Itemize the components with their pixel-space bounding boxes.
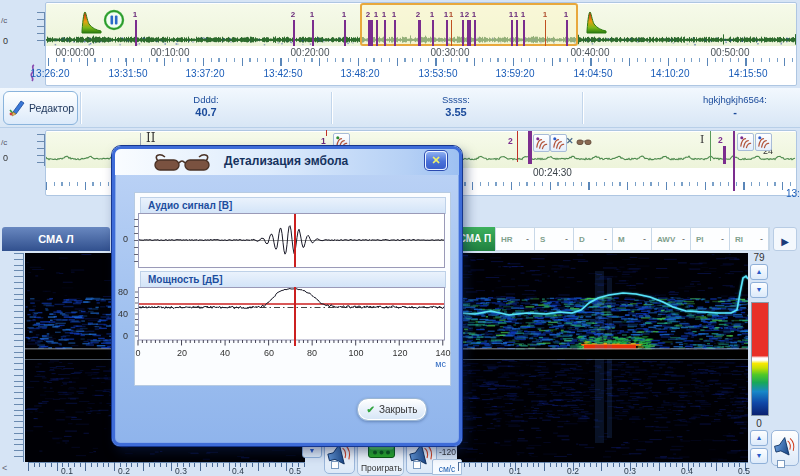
embolus-marker-icon[interactable] <box>737 133 754 151</box>
power-plot-ylabel: 80 <box>112 287 128 297</box>
check-icon: ✔ <box>367 404 375 415</box>
timeline-event-count: 1 <box>382 10 386 19</box>
speaker-button[interactable] <box>771 430 799 466</box>
timeline-event-mark[interactable] <box>376 20 378 46</box>
ruler-label: 0.5 <box>289 466 301 476</box>
color-scale-bar[interactable] <box>751 302 769 416</box>
timeline-event-mark[interactable] <box>523 20 525 46</box>
event-mark[interactable] <box>326 130 327 136</box>
scale2-down-button[interactable]: ▼ <box>750 448 768 464</box>
stat-value: - <box>721 234 724 244</box>
stat-label: M <box>618 235 625 244</box>
cassette-icon <box>368 444 395 462</box>
stat-label: HR <box>501 235 513 244</box>
down-arrow-icon: ▼ <box>309 447 316 454</box>
speaker-checkbox[interactable] <box>413 461 421 469</box>
power-plot-unit: мс <box>408 359 446 369</box>
left-channel-tab[interactable]: СМА Л <box>2 227 110 251</box>
embolus-marker-icon[interactable] <box>550 134 567 152</box>
timeline-event-mark[interactable] <box>368 20 373 46</box>
event-mark[interactable] <box>528 131 532 164</box>
timeline-event-mark[interactable] <box>418 20 421 46</box>
stat-value: - <box>526 234 529 244</box>
stats-next-button[interactable]: ▶ <box>773 227 797 251</box>
power-plot-xlabel: 60 <box>264 348 274 358</box>
ruler-left-angle[interactable]: < <box>2 463 7 473</box>
event-count: 1 <box>321 136 326 146</box>
speaker-checkbox[interactable] <box>331 461 339 469</box>
dialog-close-button[interactable]: ✕ <box>425 151 447 170</box>
timeline-event-mark[interactable] <box>432 20 434 46</box>
event-mark[interactable] <box>723 146 726 164</box>
segment-line-right <box>710 131 711 161</box>
scale2-up-button[interactable]: ▲ <box>750 430 768 446</box>
timeline-event-count: 1 <box>449 10 453 19</box>
timeline-event-mark[interactable] <box>446 20 448 46</box>
audio-plot-header: Аудио сигнал [В] <box>140 197 446 214</box>
glasses-small-icon[interactable] <box>576 134 592 152</box>
timeline-event-count: 1 <box>133 10 137 19</box>
stat-cell: S- <box>535 228 574 250</box>
stat-label: AWV <box>657 235 675 244</box>
timeline-event-mark[interactable] <box>344 20 346 46</box>
left-channel-title: СМА Л <box>38 233 74 245</box>
power-plot-ylabel: 40 <box>112 309 128 319</box>
timeline-event-mark[interactable] <box>467 20 471 46</box>
timeline-event-mark[interactable] <box>511 20 513 46</box>
play-sound-label: Проиграть <box>360 463 403 473</box>
timeline-event-mark[interactable] <box>293 20 295 46</box>
absolute-time-label: 13:59:20 <box>496 68 535 79</box>
stat-cell: HR- <box>496 228 535 250</box>
play-arrow-icon: ▶ <box>781 236 789 247</box>
pause-icon[interactable] <box>103 9 125 35</box>
scale-up-button[interactable]: ▲ <box>750 264 768 280</box>
relative-time-label: 00:40:00 <box>571 47 610 58</box>
stat-label: RI <box>735 235 743 244</box>
timeline-event-count: 2 <box>416 10 420 19</box>
bottom-ruler-right-major <box>458 462 748 471</box>
timeline-event-mark[interactable] <box>394 20 396 46</box>
power-plot-header: Мощность [дБ] <box>140 271 446 288</box>
audio-plot-yzero: 0 <box>114 234 128 244</box>
stat-cell: M- <box>613 228 652 250</box>
close-dialog-button[interactable]: ✔Закрыть <box>357 398 427 421</box>
right-spectrogram[interactable] <box>457 253 748 462</box>
stat-value: - <box>682 234 685 244</box>
timeline-event-mark[interactable] <box>474 20 476 46</box>
embolus-marker-icon[interactable] <box>533 134 550 152</box>
ruler-label: 0.4 <box>232 466 244 476</box>
embolus-marker-icon[interactable] <box>755 133 772 151</box>
timeline-event-mark[interactable] <box>451 20 452 46</box>
timeline-event-mark[interactable] <box>135 20 137 46</box>
timeline-event-mark[interactable] <box>566 20 568 46</box>
timeline-event-count: 2 <box>465 10 469 19</box>
timeline-event-mark[interactable] <box>462 20 464 46</box>
event-mark[interactable] <box>517 131 518 162</box>
relative-time-label: 00:30:00 <box>431 47 470 58</box>
timeline-event-mark[interactable] <box>545 20 546 46</box>
timeline-event-count: 1 <box>444 10 448 19</box>
ruler-label: 0.3 <box>624 466 636 476</box>
absolute-time-label: 13:37:20 <box>186 68 225 79</box>
absolute-time-label: 13:26:20 <box>31 68 70 79</box>
neg-scale-label: -120 <box>430 447 456 457</box>
field-sssss-value: 3.55 <box>445 106 466 118</box>
toolbar-separator <box>80 92 81 124</box>
scale-down-button[interactable]: ▼ <box>750 282 768 298</box>
absolute-time-label: 13:48:20 <box>341 68 380 79</box>
editor-pencil-icon <box>8 97 26 120</box>
absolute-time-label: 14:10:20 <box>651 68 690 79</box>
power-plot <box>130 287 446 347</box>
ruler-label: 0.2 <box>118 466 130 476</box>
timeline-event-count: 1 <box>374 10 378 19</box>
timeline-event-mark[interactable] <box>312 20 314 46</box>
speaker-checkbox[interactable] <box>777 460 785 468</box>
close-dialog-label: Закрыть <box>379 404 418 415</box>
timeline-event-count: 1 <box>564 10 568 19</box>
delete-event-icon[interactable]: ✕ <box>566 136 574 146</box>
timeline-event-mark[interactable] <box>516 20 518 46</box>
stat-cell: D- <box>574 228 613 250</box>
timeline-event-mark[interactable] <box>384 20 386 46</box>
editor-button[interactable]: Редактор <box>3 91 78 125</box>
timeline-event-count: 1 <box>543 10 547 19</box>
